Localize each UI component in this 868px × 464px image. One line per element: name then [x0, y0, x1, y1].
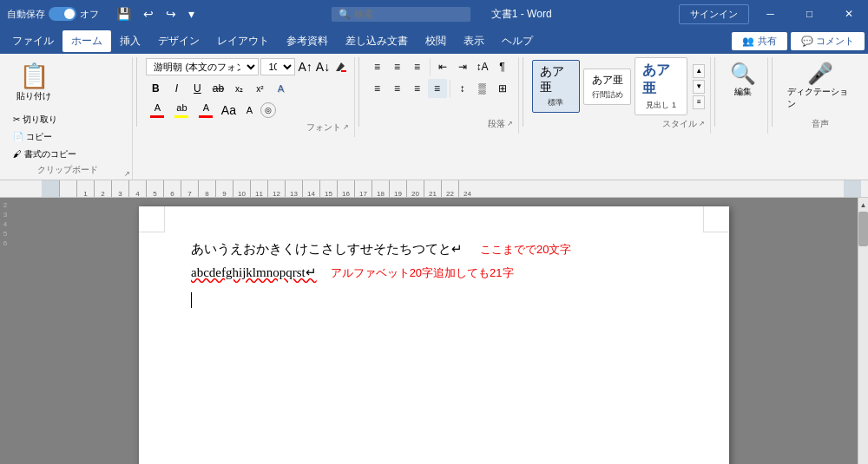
- style-heading1[interactable]: あア亜 見出し 1: [635, 57, 687, 115]
- menu-references[interactable]: 参考資料: [278, 30, 337, 52]
- superscript-button[interactable]: x²: [250, 79, 269, 98]
- dictation-button[interactable]: 🎤 ディクテーション: [781, 57, 859, 114]
- font-label: フォント: [306, 120, 341, 134]
- increase-indent-button[interactable]: ⇥: [453, 57, 472, 76]
- style-preview-1: あア亜: [592, 73, 623, 88]
- line-spacing-button[interactable]: ↕: [453, 79, 472, 98]
- font-shrink-button[interactable]: A↓: [315, 57, 331, 76]
- ruler-mark-1: 1: [76, 180, 94, 198]
- decrease-indent-button[interactable]: ⇤: [433, 57, 452, 76]
- align-left-button[interactable]: ≡: [368, 79, 387, 98]
- font-row2: B I U ab x₂ x² A: [146, 79, 348, 98]
- ruler-mark-10: 10: [233, 180, 250, 198]
- style-standard[interactable]: あア亜 標準: [532, 60, 581, 113]
- undo-icon[interactable]: ↩: [140, 5, 157, 23]
- redo-icon[interactable]: ↪: [162, 5, 180, 23]
- customize-icon[interactable]: ▾: [185, 5, 198, 23]
- para-expand-icon[interactable]: ↗: [507, 120, 513, 127]
- menu-layout[interactable]: レイアウト: [208, 30, 278, 52]
- align-center-button[interactable]: ≡: [388, 79, 407, 98]
- italic-button[interactable]: I: [167, 79, 186, 98]
- border-button[interactable]: ⊞: [493, 79, 512, 98]
- menu-view[interactable]: 表示: [455, 30, 493, 52]
- styles-expand[interactable]: ≡: [693, 95, 705, 109]
- sort-button[interactable]: ↕A: [473, 57, 492, 76]
- signin-button[interactable]: サインイン: [679, 4, 749, 24]
- font-controls: 游明朝 (本文のフォント) 10.5 A↑ A↓ B I U ab: [146, 57, 348, 120]
- scroll-track[interactable]: [858, 212, 868, 464]
- subscript-button[interactable]: x₂: [229, 79, 248, 98]
- font-color-button[interactable]: A: [146, 101, 168, 120]
- font-circle-button[interactable]: ◎: [260, 102, 276, 118]
- font-name-selector[interactable]: 游明朝 (本文のフォント): [146, 58, 259, 75]
- list-bullet-button[interactable]: ≡: [368, 57, 387, 76]
- menu-help[interactable]: ヘルプ: [493, 30, 542, 52]
- clipboard-expand-icon[interactable]: ↗: [124, 170, 130, 178]
- text-color-button[interactable]: A: [194, 101, 217, 120]
- styles-scroll-up[interactable]: ▲: [693, 64, 705, 78]
- maximize-button[interactable]: □: [790, 0, 829, 28]
- copy-button[interactable]: 📄 コピー: [9, 129, 81, 145]
- highlight-button[interactable]: ab: [170, 101, 193, 120]
- list-number-button[interactable]: ≡: [388, 57, 407, 76]
- format-copy-button[interactable]: 🖌 書式のコピー: [9, 147, 81, 162]
- ruler-mark-8: 8: [198, 180, 215, 198]
- clear-format-button[interactable]: [332, 57, 348, 76]
- menu-home[interactable]: ホーム: [62, 30, 111, 52]
- bold-button[interactable]: B: [146, 79, 165, 98]
- left-indent-marker[interactable]: [42, 180, 59, 198]
- paste-button[interactable]: 📋 貼り付け: [9, 57, 59, 107]
- document-area[interactable]: あいうえおかきくけこさしすせそたちつてと↵ ここまでで20文字 abcdefgh…: [10, 198, 858, 464]
- font-size2-button[interactable]: A: [240, 101, 259, 120]
- document-line1: あいうえおかきくけこさしすせそたちつてと↵ ここまでで20文字: [191, 241, 677, 258]
- line1-annotation: ここまでで20文字: [480, 242, 571, 258]
- close-button[interactable]: ✕: [829, 0, 868, 28]
- menu-mailings[interactable]: 差し込み文書: [337, 30, 417, 52]
- scroll-thumb[interactable]: [858, 212, 868, 246]
- shading-button[interactable]: ▒: [473, 79, 492, 98]
- autosave-state: オフ: [80, 8, 99, 21]
- main-area: 2 3 4 5 6 あいうえおかきくけこさしすせそたちつてと↵ ここまでで20文…: [0, 198, 868, 464]
- color-row: A ab A Aa A ◎: [146, 101, 348, 120]
- list-multilevel-button[interactable]: ≡: [408, 57, 427, 76]
- strikethrough-button[interactable]: ab: [208, 79, 227, 98]
- share-button[interactable]: 👥 共有: [732, 32, 787, 50]
- underline-button[interactable]: U: [187, 79, 207, 98]
- font-grow-button[interactable]: A↑: [297, 57, 312, 76]
- titlebar-right: サインイン ─ □ ✕: [679, 0, 868, 28]
- vertical-scrollbar[interactable]: ▲ ▼: [858, 198, 868, 464]
- styles-expand-icon[interactable]: ↗: [699, 120, 705, 127]
- ruler-mark-6: 6: [163, 180, 181, 198]
- minimize-button[interactable]: ─: [751, 0, 790, 28]
- font-expand-icon[interactable]: ↗: [343, 123, 349, 131]
- menu-review[interactable]: 校閲: [417, 30, 455, 52]
- text-cursor: [191, 292, 192, 308]
- menu-file[interactable]: ファイル: [3, 30, 62, 52]
- search-input[interactable]: [354, 9, 441, 19]
- menu-design[interactable]: デザイン: [149, 30, 208, 52]
- search-box[interactable]: 🔍: [332, 7, 470, 22]
- styles-scroll-down[interactable]: ▼: [693, 80, 705, 94]
- ruler-mark-13: 13: [285, 180, 302, 198]
- align-right-button[interactable]: ≡: [408, 79, 427, 98]
- text-effects-button[interactable]: A: [271, 79, 290, 98]
- cut-button[interactable]: ✂ 切り取り: [9, 112, 81, 127]
- show-marks-button[interactable]: ¶: [493, 57, 512, 76]
- save-icon[interactable]: 💾: [113, 5, 135, 23]
- scroll-up-button[interactable]: ▲: [858, 198, 868, 212]
- paragraph-label: 段落: [488, 116, 505, 130]
- editing-button[interactable]: 🔍 編集: [724, 57, 762, 102]
- right-indent-marker[interactable]: [844, 180, 861, 198]
- justify-button[interactable]: ≡: [428, 79, 447, 98]
- menubar-actions: 👥 共有 💬 コメント: [732, 32, 865, 50]
- highlight-bar: [174, 115, 188, 118]
- font-aa-button[interactable]: Aa: [219, 101, 238, 120]
- document-page[interactable]: あいうえおかきくけこさしすせそたちつてと↵ ここまでで20文字 abcdefgh…: [139, 206, 729, 464]
- ruler-mark-4: 4: [128, 180, 146, 198]
- sep3: [523, 57, 523, 127]
- autosave-toggle[interactable]: [49, 7, 76, 21]
- font-size-selector[interactable]: 10.5: [260, 58, 295, 75]
- style-compact[interactable]: あア亜 行間詰め: [583, 69, 631, 105]
- menu-insert[interactable]: 挿入: [111, 30, 149, 52]
- comment-button[interactable]: 💬 コメント: [791, 32, 865, 50]
